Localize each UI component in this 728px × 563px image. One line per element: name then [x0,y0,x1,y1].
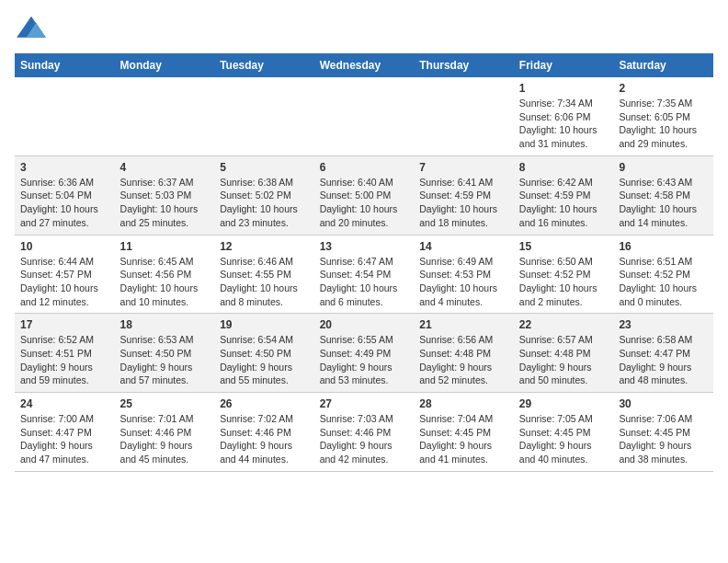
logo-icon [15,15,48,42]
day-number: 10 [20,240,109,253]
calendar-day-cell: 8Sunrise: 6:42 AM Sunset: 4:59 PM Daylig… [514,155,614,235]
day-number: 30 [619,397,708,410]
day-number: 1 [519,82,609,95]
day-info: Sunrise: 6:50 AM Sunset: 4:52 PM Dayligh… [519,255,609,309]
calendar-day-cell: 29Sunrise: 7:05 AM Sunset: 4:45 PM Dayli… [514,393,614,472]
day-info: Sunrise: 6:54 AM Sunset: 4:50 PM Dayligh… [220,333,309,387]
day-number: 7 [419,161,508,174]
calendar-day-cell: 2Sunrise: 7:35 AM Sunset: 6:05 PM Daylig… [613,77,713,155]
day-number: 15 [519,240,609,253]
day-number: 19 [220,318,309,331]
day-info: Sunrise: 6:44 AM Sunset: 4:57 PM Dayligh… [20,255,109,309]
day-info: Sunrise: 6:52 AM Sunset: 4:51 PM Dayligh… [20,333,109,387]
day-info: Sunrise: 7:05 AM Sunset: 4:45 PM Dayligh… [519,412,609,466]
day-number: 16 [619,240,708,253]
calendar-day-cell: 10Sunrise: 6:44 AM Sunset: 4:57 PM Dayli… [15,235,115,314]
day-info: Sunrise: 6:43 AM Sunset: 4:58 PM Dayligh… [619,176,708,230]
day-number: 22 [519,318,609,331]
day-info: Sunrise: 6:36 AM Sunset: 5:04 PM Dayligh… [20,176,109,230]
day-info: Sunrise: 7:00 AM Sunset: 4:47 PM Dayligh… [20,412,109,466]
calendar-header-row: SundayMondayTuesdayWednesdayThursdayFrid… [15,53,713,77]
day-info: Sunrise: 7:04 AM Sunset: 4:45 PM Dayligh… [419,412,508,466]
day-info: Sunrise: 7:01 AM Sunset: 4:46 PM Dayligh… [120,412,210,466]
calendar-day-cell: 25Sunrise: 7:01 AM Sunset: 4:46 PM Dayli… [115,393,215,472]
calendar-day-header: Saturday [613,53,713,77]
calendar-week-row: 3Sunrise: 6:36 AM Sunset: 5:04 PM Daylig… [15,155,713,235]
day-info: Sunrise: 6:56 AM Sunset: 4:48 PM Dayligh… [419,333,508,387]
day-info: Sunrise: 6:40 AM Sunset: 5:00 PM Dayligh… [320,176,409,230]
calendar-day-cell: 16Sunrise: 6:51 AM Sunset: 4:52 PM Dayli… [613,235,713,314]
day-number: 11 [120,240,210,253]
day-info: Sunrise: 6:42 AM Sunset: 4:59 PM Dayligh… [519,176,609,230]
calendar-day-cell: 21Sunrise: 6:56 AM Sunset: 4:48 PM Dayli… [414,314,514,393]
day-number: 13 [320,240,409,253]
day-number: 9 [619,161,708,174]
day-number: 29 [519,397,609,410]
day-info: Sunrise: 6:49 AM Sunset: 4:53 PM Dayligh… [419,255,508,309]
day-number: 17 [20,318,109,331]
calendar-day-cell: 9Sunrise: 6:43 AM Sunset: 4:58 PM Daylig… [613,155,713,235]
calendar-day-header: Tuesday [214,53,314,77]
calendar-day-cell: 7Sunrise: 6:41 AM Sunset: 4:59 PM Daylig… [414,155,514,235]
calendar-day-cell: 26Sunrise: 7:02 AM Sunset: 4:46 PM Dayli… [214,393,314,472]
calendar-day-cell [214,77,314,155]
day-info: Sunrise: 7:06 AM Sunset: 4:45 PM Dayligh… [619,412,708,466]
day-number: 20 [320,318,409,331]
day-number: 18 [120,318,210,331]
calendar-table: SundayMondayTuesdayWednesdayThursdayFrid… [15,53,713,472]
day-info: Sunrise: 6:47 AM Sunset: 4:54 PM Dayligh… [320,255,409,309]
calendar-week-row: 1Sunrise: 7:34 AM Sunset: 6:06 PM Daylig… [15,77,713,155]
day-info: Sunrise: 6:37 AM Sunset: 5:03 PM Dayligh… [120,176,210,230]
calendar-day-cell: 13Sunrise: 6:47 AM Sunset: 4:54 PM Dayli… [314,235,415,314]
day-number: 25 [120,397,210,410]
calendar-day-cell: 12Sunrise: 6:46 AM Sunset: 4:55 PM Dayli… [214,235,314,314]
calendar-day-cell: 6Sunrise: 6:40 AM Sunset: 5:00 PM Daylig… [314,155,415,235]
calendar-day-header: Monday [115,53,215,77]
day-info: Sunrise: 6:51 AM Sunset: 4:52 PM Dayligh… [619,255,708,309]
day-info: Sunrise: 6:46 AM Sunset: 4:55 PM Dayligh… [220,255,309,309]
day-number: 12 [220,240,309,253]
calendar-week-row: 17Sunrise: 6:52 AM Sunset: 4:51 PM Dayli… [15,314,713,393]
day-info: Sunrise: 6:38 AM Sunset: 5:02 PM Dayligh… [220,176,309,230]
day-number: 26 [220,397,309,410]
calendar-day-cell: 23Sunrise: 6:58 AM Sunset: 4:47 PM Dayli… [613,314,713,393]
page-header [15,15,713,42]
calendar-day-cell: 19Sunrise: 6:54 AM Sunset: 4:50 PM Dayli… [214,314,314,393]
calendar-day-cell: 20Sunrise: 6:55 AM Sunset: 4:49 PM Dayli… [314,314,415,393]
calendar-week-row: 24Sunrise: 7:00 AM Sunset: 4:47 PM Dayli… [15,393,713,472]
calendar-day-cell: 22Sunrise: 6:57 AM Sunset: 4:48 PM Dayli… [514,314,614,393]
calendar-day-cell: 27Sunrise: 7:03 AM Sunset: 4:46 PM Dayli… [314,393,415,472]
day-info: Sunrise: 7:03 AM Sunset: 4:46 PM Dayligh… [320,412,409,466]
calendar-day-cell: 14Sunrise: 6:49 AM Sunset: 4:53 PM Dayli… [414,235,514,314]
calendar-day-header: Thursday [414,53,514,77]
day-info: Sunrise: 6:45 AM Sunset: 4:56 PM Dayligh… [120,255,210,309]
calendar-week-row: 10Sunrise: 6:44 AM Sunset: 4:57 PM Dayli… [15,235,713,314]
calendar-day-cell [414,77,514,155]
day-number: 27 [320,397,409,410]
day-info: Sunrise: 6:58 AM Sunset: 4:47 PM Dayligh… [619,333,708,387]
calendar-day-cell: 4Sunrise: 6:37 AM Sunset: 5:03 PM Daylig… [115,155,215,235]
day-info: Sunrise: 7:02 AM Sunset: 4:46 PM Dayligh… [220,412,309,466]
calendar-day-header: Wednesday [314,53,415,77]
day-number: 14 [419,240,508,253]
day-number: 21 [419,318,508,331]
calendar-day-cell [314,77,415,155]
calendar-day-cell [15,77,115,155]
calendar-day-cell: 30Sunrise: 7:06 AM Sunset: 4:45 PM Dayli… [613,393,713,472]
day-number: 4 [120,161,210,174]
day-number: 24 [20,397,109,410]
calendar-day-header: Sunday [15,53,115,77]
day-number: 3 [20,161,109,174]
day-info: Sunrise: 6:55 AM Sunset: 4:49 PM Dayligh… [320,333,409,387]
calendar-day-cell: 17Sunrise: 6:52 AM Sunset: 4:51 PM Dayli… [15,314,115,393]
calendar-day-cell: 1Sunrise: 7:34 AM Sunset: 6:06 PM Daylig… [514,77,614,155]
day-number: 23 [619,318,708,331]
day-number: 6 [320,161,409,174]
calendar-day-cell: 3Sunrise: 6:36 AM Sunset: 5:04 PM Daylig… [15,155,115,235]
day-number: 8 [519,161,609,174]
calendar-day-cell: 24Sunrise: 7:00 AM Sunset: 4:47 PM Dayli… [15,393,115,472]
day-number: 28 [419,397,508,410]
day-info: Sunrise: 6:57 AM Sunset: 4:48 PM Dayligh… [519,333,609,387]
day-info: Sunrise: 6:53 AM Sunset: 4:50 PM Dayligh… [120,333,210,387]
calendar-day-cell [115,77,215,155]
